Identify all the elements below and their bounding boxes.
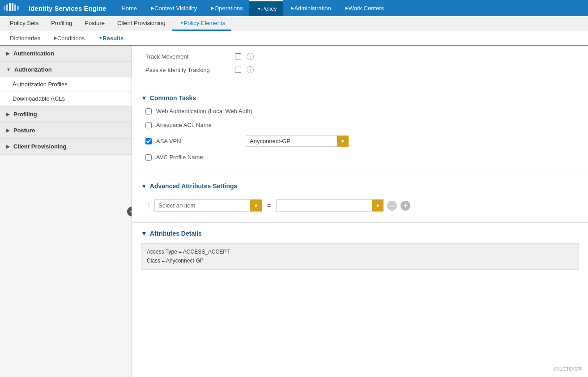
web-auth-label: Web Authentication (Local Web Auth) [156, 108, 252, 114]
nav-work-centers[interactable]: ▶Work Centers [337, 0, 390, 16]
nav-policy[interactable]: ▼Policy [249, 0, 283, 16]
advanced-attributes-section: ▼ Advanced Attributes Settings ⋮⋮ Select… [132, 175, 588, 223]
asa-vpn-checkbox[interactable] [145, 138, 152, 144]
add-attr-btn[interactable]: + [401, 201, 410, 211]
posture-label: Posture [13, 127, 35, 134]
svg-rect-5 [17, 6, 19, 10]
second-nav-bar: Policy Sets Profiling Posture Client Pro… [0, 16, 588, 31]
sidebar-section-client-provisioning: ▶ Client Provisioning [0, 139, 132, 155]
passive-identity-row: Passive Identity Tracking i [141, 66, 579, 73]
svg-rect-3 [12, 3, 13, 11]
authorization-items: Authorization Profiles Downloadable ACLs [0, 77, 132, 106]
sidebar-authorization-header[interactable]: ▼ Authorization [0, 62, 132, 77]
nav-policy-sets[interactable]: Policy Sets [4, 16, 45, 31]
advanced-attributes-title: Advanced Attributes Settings [150, 182, 238, 190]
nav-administration[interactable]: ▶Administration [283, 0, 337, 16]
passive-identity-info-icon[interactable]: i [247, 66, 254, 73]
passive-identity-checkbox[interactable] [235, 67, 241, 73]
sidebar-section-authentication: ▶ Authentication [0, 46, 132, 62]
attributes-details-content: Access Type = ACCESS_ACCEPT Class = Anyc… [141, 243, 579, 270]
content-area: Track Movement i Passive Identity Tracki… [132, 46, 588, 377]
sidebar-client-provisioning-header[interactable]: ▶ Client Provisioning [0, 139, 132, 154]
advanced-attributes-expand-icon: ▼ [141, 182, 147, 190]
top-nav-bar: Identity Services Engine Home ▶Context V… [0, 0, 588, 16]
advanced-attributes-row: ⋮⋮ Select an item ▼ = ▼ — + [141, 196, 579, 215]
attr-item-select[interactable]: Select an item [154, 199, 262, 212]
sidebar-item-authorization-profiles[interactable]: Authorization Profiles [0, 77, 132, 92]
sidebar-item-downloadable-acls[interactable]: Downloadable ACLs [0, 92, 132, 106]
attr-item-select-wrapper: Select an item ▼ [154, 199, 262, 212]
attributes-details-header[interactable]: ▼ Attributes Details [141, 230, 579, 237]
client-provisioning-expand-icon: ▶ [6, 144, 10, 149]
asa-vpn-select-wrapper: Anyconnect-GP ▼ [246, 136, 349, 147]
nav-dictionaries[interactable]: Dictionaries [4, 31, 47, 45]
svg-rect-1 [6, 4, 8, 11]
client-provisioning-label: Client Provisioning [13, 143, 66, 150]
sidebar-posture-header[interactable]: ▶ Posture [0, 123, 132, 138]
attribute-detail-line-2: Class = Anyconnect-GP [147, 256, 573, 265]
svg-rect-4 [14, 4, 16, 11]
authorization-label: Authorization [14, 66, 52, 73]
sidebar: ◀ ▶ Authentication ▼ Authorization Autho… [0, 46, 132, 377]
main-layout: ◀ ▶ Authentication ▼ Authorization Autho… [0, 46, 588, 377]
airespace-acl-label: Airespace ACL Name [156, 122, 237, 128]
nav-posture[interactable]: Posture [78, 16, 111, 31]
third-nav-bar: Dictionaries ▶Conditions ▼Results [0, 31, 588, 46]
tracking-section: Track Movement i Passive Identity Tracki… [132, 46, 588, 87]
nav-profiling[interactable]: Profiling [45, 16, 78, 31]
web-auth-row: Web Authentication (Local Web Auth) [141, 108, 579, 114]
airespace-acl-checkbox[interactable] [145, 122, 152, 128]
sidebar-section-profiling: ▶ Profiling [0, 106, 132, 123]
cisco-logo-svg [4, 3, 20, 13]
attributes-details-title: Attributes Details [150, 230, 202, 237]
track-movement-info-icon[interactable]: i [247, 53, 254, 60]
drag-handle-icon[interactable]: ⋮⋮ [145, 202, 151, 209]
cisco-logo [4, 3, 23, 13]
nav-conditions[interactable]: ▶Conditions [47, 31, 91, 45]
app-title: Identity Services Engine [29, 4, 106, 12]
avc-profile-row: AVC Profile Name [141, 154, 579, 161]
avc-profile-label: AVC Profile Name [156, 154, 237, 161]
attributes-details-expand-icon: ▼ [141, 230, 147, 237]
svg-rect-0 [4, 6, 5, 10]
asa-vpn-row: ASA VPN Anyconnect-GP ▼ [141, 136, 579, 147]
track-movement-row: Track Movement i [141, 53, 579, 60]
profiling-expand-icon: ▶ [6, 112, 10, 117]
attr-value-wrapper: ▼ [276, 199, 383, 212]
attribute-detail-line-1: Access Type = ACCESS_ACCEPT [147, 247, 573, 256]
passive-identity-label: Passive Identity Tracking [145, 67, 235, 73]
sidebar-section-authorization: ▼ Authorization Authorization Profiles D… [0, 62, 132, 106]
sidebar-toggle-btn[interactable]: ◀ [127, 207, 132, 216]
common-tasks-title: Common Tasks [150, 94, 196, 102]
attributes-details-section: ▼ Attributes Details Access Type = ACCES… [132, 223, 588, 277]
sidebar-authentication-header[interactable]: ▶ Authentication [0, 46, 132, 61]
remove-attr-btn[interactable]: — [387, 201, 397, 211]
common-tasks-section: ▼ Common Tasks Web Authentication (Local… [132, 87, 588, 175]
avc-profile-checkbox[interactable] [145, 154, 152, 161]
posture-expand-icon: ▶ [6, 128, 10, 133]
authorization-expand-icon: ▼ [6, 67, 11, 72]
advanced-attributes-header[interactable]: ▼ Advanced Attributes Settings [141, 182, 579, 190]
track-movement-checkbox[interactable] [235, 53, 241, 59]
asa-vpn-label: ASA VPN [156, 138, 237, 144]
track-movement-label: Track Movement [145, 53, 235, 60]
nav-client-provisioning[interactable]: Client Provisioning [111, 16, 172, 31]
equals-sign: = [265, 202, 273, 209]
authentication-expand-icon: ▶ [6, 51, 10, 56]
profiling-label: Profiling [13, 111, 37, 118]
watermark: ©51CTO博客 [552, 365, 584, 373]
common-tasks-header[interactable]: ▼ Common Tasks [141, 94, 579, 102]
top-nav-items: Home ▶Context Visibility ▶Operations ▼Po… [115, 0, 584, 16]
asa-vpn-select[interactable]: Anyconnect-GP [246, 136, 349, 147]
sidebar-profiling-header[interactable]: ▶ Profiling [0, 106, 132, 122]
nav-home[interactable]: Home [115, 0, 143, 16]
web-auth-checkbox[interactable] [145, 108, 152, 114]
attr-value-input[interactable] [276, 199, 383, 212]
nav-results[interactable]: ▼Results [91, 31, 130, 45]
common-tasks-expand-icon: ▼ [141, 94, 147, 102]
nav-operations[interactable]: ▶Operations [203, 0, 249, 16]
airespace-acl-row: Airespace ACL Name [141, 122, 579, 128]
nav-policy-elements[interactable]: ▼Policy Elements [172, 16, 231, 31]
authentication-label: Authentication [13, 50, 54, 57]
nav-context-visibility[interactable]: ▶Context Visibility [143, 0, 203, 16]
